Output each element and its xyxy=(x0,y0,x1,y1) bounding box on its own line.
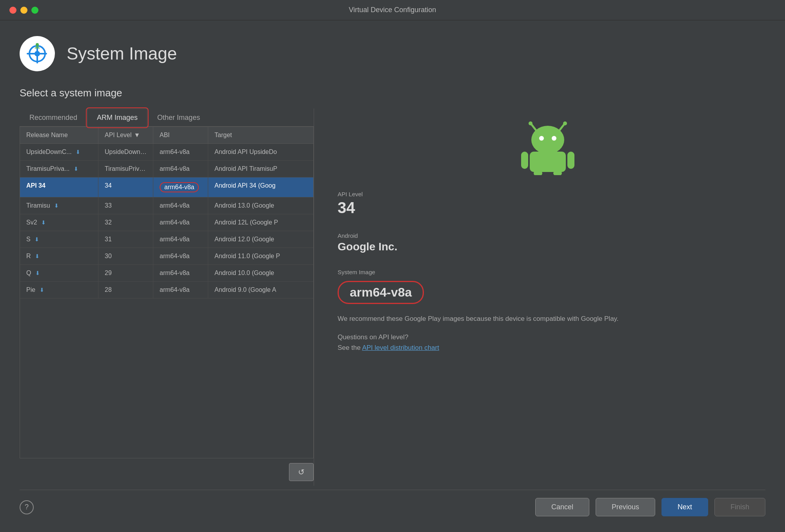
cell-api: TiramisuPrivacyS xyxy=(98,161,153,177)
cell-target: Android API 34 (Goog xyxy=(208,177,313,197)
header-row: System Image xyxy=(20,36,765,71)
footer: ? Cancel Previous Next Finish xyxy=(20,490,765,520)
cell-release: UpsideDownC... ⬇ xyxy=(20,144,98,160)
android-studio-icon xyxy=(20,36,55,71)
svg-rect-20 xyxy=(553,170,562,175)
api-question-text: Questions on API level? See the API leve… xyxy=(338,332,439,353)
svg-point-14 xyxy=(539,136,544,141)
window-controls xyxy=(9,7,38,14)
download-icon[interactable]: ⬇ xyxy=(35,270,40,276)
android-section: Android Google Inc. xyxy=(338,232,397,261)
cell-api: 34 xyxy=(98,177,153,197)
table-row[interactable]: Pie ⬇ 28 arm64-v8a Android 9.0 (Google A xyxy=(20,282,313,299)
svg-rect-19 xyxy=(534,170,542,175)
api-level-link[interactable]: API level distribution chart xyxy=(362,344,439,351)
cell-api: 32 xyxy=(98,214,153,231)
table-header: Release Name API Level ▼ ABI Target xyxy=(20,127,313,144)
android-label: Android xyxy=(338,232,397,239)
cell-abi: arm64-v8a xyxy=(153,144,208,160)
download-icon[interactable]: ⬇ xyxy=(76,149,80,155)
table-row[interactable]: Q ⬇ 29 arm64-v8a Android 10.0 (Google xyxy=(20,265,313,282)
cell-abi: arm64-v8a xyxy=(153,282,208,298)
col-target: Target xyxy=(208,127,313,143)
android-robot-icon xyxy=(516,112,579,175)
window-title: Virtual Device Configuration xyxy=(349,6,436,14)
svg-rect-18 xyxy=(567,152,574,169)
cell-abi: arm64-v8a xyxy=(153,248,208,264)
maximize-button[interactable] xyxy=(31,7,38,14)
left-panel: Recommended ARM Images Other Images Rele… xyxy=(20,109,314,486)
main-content: System Image Select a system image Recom… xyxy=(0,20,785,532)
refresh-icon: ↺ xyxy=(298,467,305,477)
download-icon[interactable]: ⬇ xyxy=(41,219,46,226)
cell-abi: arm64-v8a xyxy=(153,197,208,214)
body-area: Recommended ARM Images Other Images Rele… xyxy=(20,109,765,486)
cell-release: Sv2 ⬇ xyxy=(20,214,98,231)
svg-rect-17 xyxy=(521,152,528,169)
cell-target: Android 10.0 (Google xyxy=(208,265,313,281)
cell-release: Q ⬇ xyxy=(20,265,98,281)
close-button[interactable] xyxy=(9,7,16,14)
refresh-btn-row: ↺ xyxy=(20,458,314,486)
download-icon[interactable]: ⬇ xyxy=(54,203,59,209)
download-icon[interactable]: ⬇ xyxy=(35,236,39,242)
api-level-value: 34 xyxy=(338,199,363,217)
finish-button[interactable]: Finish xyxy=(714,498,765,516)
table-row[interactable]: R ⬇ 30 arm64-v8a Android 11.0 (Google P xyxy=(20,248,313,265)
title-bar: Virtual Device Configuration xyxy=(0,0,785,20)
api-level-label: API Level xyxy=(338,191,363,197)
download-icon[interactable]: ⬇ xyxy=(40,287,44,293)
col-api-level[interactable]: API Level ▼ xyxy=(98,127,153,143)
cell-target: Android 12L (Google P xyxy=(208,214,313,231)
cell-api: 33 xyxy=(98,197,153,214)
table-row[interactable]: UpsideDownC... ⬇ UpsideDownCak arm64-v8a… xyxy=(20,144,313,161)
svg-point-15 xyxy=(552,136,556,141)
system-image-circle-annotation: arm64-v8a xyxy=(338,277,424,313)
refresh-button[interactable]: ↺ xyxy=(289,463,314,481)
table-body: UpsideDownC... ⬇ UpsideDownCak arm64-v8a… xyxy=(20,144,313,458)
recommendation-text: We recommend these Google Play images be… xyxy=(338,313,619,324)
cell-abi: arm64-v8a xyxy=(153,214,208,231)
cell-release: S ⬇ xyxy=(20,231,98,248)
cell-release: Pie ⬇ xyxy=(20,282,98,298)
cell-target: Android 9.0 (Google A xyxy=(208,282,313,298)
cell-abi: arm64-v8a xyxy=(153,265,208,281)
table-row[interactable]: Sv2 ⬇ 32 arm64-v8a Android 12L (Google P xyxy=(20,214,313,231)
cell-api: 28 xyxy=(98,282,153,298)
right-panel: API Level 34 Android Google Inc. System … xyxy=(314,109,765,486)
svg-point-13 xyxy=(531,126,564,154)
col-release-name: Release Name xyxy=(20,127,98,143)
system-image-section: System Image arm64-v8a xyxy=(338,269,424,313)
svg-point-12 xyxy=(563,121,567,125)
next-button[interactable]: Next xyxy=(661,498,708,516)
download-icon[interactable]: ⬇ xyxy=(74,166,78,172)
cancel-button[interactable]: Cancel xyxy=(535,498,589,516)
cell-release: TiramisuPriva... ⬇ xyxy=(20,161,98,177)
api-level-section: API Level 34 xyxy=(338,191,363,224)
svg-point-11 xyxy=(529,121,532,125)
tab-arm-images[interactable]: ARM Images xyxy=(87,109,147,127)
cell-target: Android API TiramisuP xyxy=(208,161,313,177)
table-row-selected[interactable]: API 34 34 arm64-v8a Android API 34 (Goog xyxy=(20,177,313,197)
system-image-table: Release Name API Level ▼ ABI Target xyxy=(20,127,314,458)
table-row[interactable]: S ⬇ 31 arm64-v8a Android 12.0 (Google xyxy=(20,231,313,248)
minimize-button[interactable] xyxy=(20,7,27,14)
section-title: Select a system image xyxy=(20,87,765,99)
download-icon[interactable]: ⬇ xyxy=(35,253,40,259)
svg-point-6 xyxy=(35,51,40,56)
android-value: Google Inc. xyxy=(338,241,397,253)
right-panel-inner: API Level 34 Android Google Inc. System … xyxy=(330,109,765,365)
cell-api: 29 xyxy=(98,265,153,281)
cell-release: R ⬇ xyxy=(20,248,98,264)
tab-recommended[interactable]: Recommended xyxy=(20,109,87,127)
cell-release: API 34 xyxy=(20,177,98,197)
table-row[interactable]: Tiramisu ⬇ 33 arm64-v8a Android 13.0 (Go… xyxy=(20,197,313,214)
col-abi: ABI xyxy=(153,127,208,143)
cell-api: UpsideDownCak xyxy=(98,144,153,160)
help-button[interactable]: ? xyxy=(20,500,34,514)
cell-target: Android 12.0 (Google xyxy=(208,231,313,248)
previous-button[interactable]: Previous xyxy=(596,498,655,516)
tab-other-images[interactable]: Other Images xyxy=(147,109,210,127)
table-row[interactable]: TiramisuPriva... ⬇ TiramisuPrivacyS arm6… xyxy=(20,161,313,177)
tabs: Recommended ARM Images Other Images xyxy=(20,109,314,127)
